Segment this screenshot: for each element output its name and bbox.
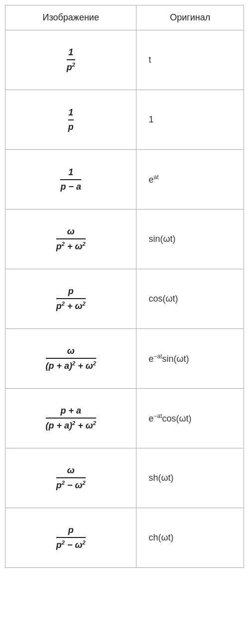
image-cell-9: p p2 − ω2 — [5, 508, 136, 568]
image-cell-4: ω p2 + ω2 — [5, 210, 136, 269]
table-row: ω (p + a)2 + ω2 e−atsin(ωt) — [5, 329, 244, 389]
fraction-8: ω p2 − ω2 — [56, 465, 86, 491]
original-cell-9: ch(ωt) — [136, 508, 244, 568]
image-cell-1: 1 p2 — [5, 30, 136, 90]
fraction-7: p + a (p + a)2 + ω2 — [46, 406, 96, 431]
numerator-2: 1 — [68, 107, 74, 120]
denominator-8: p2 − ω2 — [56, 478, 86, 491]
numerator-1: 1 — [67, 47, 75, 60]
table-row: p + a (p + a)2 + ω2 e−atcos(ωt) — [5, 389, 244, 448]
original-cell-6: e−atsin(ωt) — [136, 329, 244, 389]
denominator-1: p2 — [67, 60, 75, 73]
original-cell-1: t — [136, 30, 244, 90]
original-cell-7: e−atcos(ωt) — [136, 389, 244, 448]
denominator-6: (p + a)2 + ω2 — [46, 359, 96, 371]
fraction-4: ω p2 + ω2 — [56, 226, 86, 252]
original-cell-2: 1 — [136, 90, 244, 150]
fraction-6: ω (p + a)2 + ω2 — [46, 346, 96, 371]
fraction-3: 1 p − a — [60, 167, 81, 192]
image-cell-3: 1 p − a — [5, 150, 136, 210]
numerator-5: p — [56, 286, 86, 299]
numerator-4: ω — [56, 226, 86, 239]
fraction-2: 1 p — [68, 107, 74, 132]
original-cell-4: sin(ωt) — [136, 210, 244, 269]
header-image: Изображение — [5, 5, 136, 30]
denominator-9: p2 − ω2 — [56, 538, 86, 550]
table-row: p p2 − ω2 ch(ωt) — [5, 508, 244, 568]
header-original: Оригинал — [136, 5, 244, 30]
image-cell-8: ω p2 − ω2 — [5, 448, 136, 508]
numerator-8: ω — [56, 465, 86, 478]
table-row: p p2 + ω2 cos(ωt) — [5, 269, 244, 329]
denominator-2: p — [68, 120, 74, 132]
table-row: 1 p2 t — [5, 30, 244, 90]
image-cell-7: p + a (p + a)2 + ω2 — [5, 389, 136, 448]
numerator-7: p + a — [46, 406, 96, 419]
denominator-3: p − a — [60, 180, 81, 192]
numerator-6: ω — [46, 346, 96, 359]
fraction-1: 1 p2 — [67, 47, 75, 73]
table-row: 1 p 1 — [5, 90, 244, 150]
original-cell-3: eat — [136, 150, 244, 210]
fraction-9: p p2 − ω2 — [56, 525, 86, 550]
original-cell-8: sh(ωt) — [136, 448, 244, 508]
table-row: 1 p − a eat — [5, 150, 244, 210]
main-table-container: Изображение Оригинал 1 p2 t 1 — [5, 5, 244, 639]
fraction-5: p p2 + ω2 — [56, 286, 86, 312]
table-row: ω p2 − ω2 sh(ωt) — [5, 448, 244, 508]
denominator-7: (p + a)2 + ω2 — [46, 419, 96, 431]
image-cell-5: p p2 + ω2 — [5, 269, 136, 329]
original-cell-5: cos(ωt) — [136, 269, 244, 329]
image-cell-6: ω (p + a)2 + ω2 — [5, 329, 136, 389]
table-row: ω p2 + ω2 sin(ωt) — [5, 210, 244, 269]
numerator-9: p — [56, 525, 86, 538]
image-cell-2: 1 p — [5, 90, 136, 150]
denominator-5: p2 + ω2 — [56, 299, 86, 312]
laplace-table: Изображение Оригинал 1 p2 t 1 — [5, 5, 244, 568]
numerator-3: 1 — [60, 167, 81, 180]
denominator-4: p2 + ω2 — [56, 239, 86, 252]
